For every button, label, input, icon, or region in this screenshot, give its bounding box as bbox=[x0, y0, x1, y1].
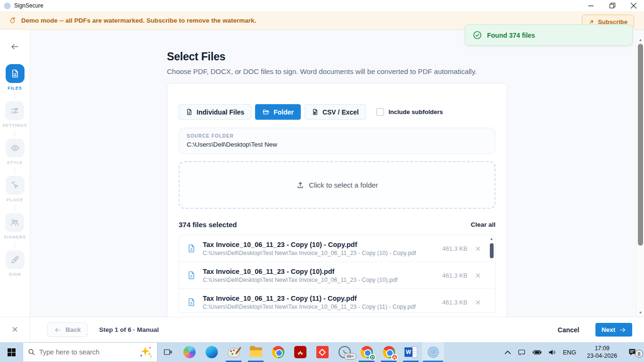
step-indicator: Step 1 of 6 · Manual bbox=[99, 326, 159, 333]
arrow-left-icon bbox=[54, 327, 61, 333]
tray-action-center[interactable]: 8 bbox=[625, 348, 644, 356]
tray-date: 23-04-2026 bbox=[587, 352, 617, 360]
wireless-display-icon bbox=[518, 349, 526, 356]
taskbar-app-word[interactable]: W bbox=[400, 342, 422, 362]
dropzone-label: Click to select a folder bbox=[309, 181, 378, 189]
chrome-icon bbox=[272, 346, 284, 358]
clear-all-button[interactable]: Clear all bbox=[471, 221, 495, 228]
tab-folder[interactable]: Folder bbox=[255, 104, 301, 120]
taskbar-app-whatsapp[interactable]: 99+ bbox=[333, 342, 355, 362]
tab-label: CSV / Excel bbox=[322, 108, 359, 116]
tray-volume[interactable] bbox=[545, 349, 560, 356]
sidebar-connector bbox=[15, 167, 15, 173]
taskbar-app-paint[interactable] bbox=[223, 342, 245, 362]
restore-button[interactable] bbox=[602, 0, 623, 11]
minimize-button[interactable] bbox=[580, 0, 602, 11]
taskbar-app-chrome-profile-a[interactable]: A bbox=[378, 342, 400, 362]
taskbar-app-edge[interactable] bbox=[200, 342, 223, 362]
file-name: Tax Invoice_10_06_11_23 - Copy (11) - Co… bbox=[203, 295, 442, 302]
file-list: Tax Invoice_10_06_11_23 - Copy (10) - Co… bbox=[179, 235, 495, 313]
speaker-icon bbox=[548, 349, 556, 356]
window-scroll-thumb[interactable] bbox=[638, 44, 643, 246]
sidebar-item-place[interactable]: PLACE bbox=[6, 176, 25, 202]
title-bar: SignSecure bbox=[0, 0, 644, 11]
sidebar: FILES SETTINGS STYLE PLACE SIGNERS bbox=[0, 30, 30, 317]
whatsapp-badge: 99+ bbox=[344, 353, 356, 360]
start-button[interactable] bbox=[0, 342, 23, 362]
tab-individual-files[interactable]: Individual Files bbox=[179, 104, 251, 120]
tray-chevron-up[interactable] bbox=[501, 350, 514, 354]
toast-text: Found 374 files bbox=[487, 32, 535, 39]
next-button[interactable]: Next bbox=[595, 323, 632, 337]
content-area: Select Files Choose PDF, DOCX, or DOC fi… bbox=[30, 30, 644, 317]
file-list-scroll-thumb[interactable] bbox=[490, 243, 494, 258]
file-path: C:\Users\Dell\Desktop\Test New\Tax Invoi… bbox=[203, 304, 442, 310]
sidebar-item-settings[interactable]: SETTINGS bbox=[2, 101, 27, 128]
file-row: Tax Invoice_10_06_11_23 - Copy (10).pdf … bbox=[179, 262, 495, 289]
tab-csv-excel[interactable]: CSV / Excel bbox=[305, 104, 366, 120]
tray-clock[interactable]: 17:09 23-04-2026 bbox=[579, 345, 625, 360]
pdf-file-icon bbox=[187, 271, 196, 280]
check-circle-icon bbox=[473, 31, 482, 40]
search-input[interactable] bbox=[39, 348, 135, 356]
restore-icon bbox=[610, 3, 615, 8]
sidebar-item-style[interactable]: STYLE bbox=[6, 139, 25, 165]
remove-file-button[interactable]: ✕ bbox=[475, 272, 481, 279]
remove-file-button[interactable]: ✕ bbox=[475, 245, 481, 252]
external-link-icon bbox=[588, 19, 594, 25]
taskbar-app-chrome[interactable] bbox=[267, 342, 289, 362]
close-wizard-button[interactable]: ✕ bbox=[11, 326, 18, 334]
tray-battery[interactable] bbox=[529, 349, 545, 355]
scroll-down-icon[interactable]: ▼ bbox=[636, 309, 644, 316]
notification-badge: 8 bbox=[635, 350, 643, 358]
sidebar-connector bbox=[15, 242, 15, 248]
file-name: Tax Invoice_10_06_11_23 - Copy (10) - Co… bbox=[203, 241, 442, 248]
chrome-profile-badge: D bbox=[369, 354, 376, 361]
toast-notification: Found 374 files bbox=[465, 25, 633, 46]
file-list-scrollbar[interactable]: ▲ bbox=[489, 237, 494, 313]
tray-wireless-display[interactable] bbox=[514, 349, 529, 356]
paint-icon bbox=[228, 347, 240, 357]
scroll-up-icon[interactable]: ▲ bbox=[636, 36, 644, 43]
close-icon bbox=[631, 3, 636, 8]
back-button[interactable]: Back bbox=[47, 322, 88, 337]
file-row: Tax Invoice_10_06_11_23 - Copy (11) - Co… bbox=[179, 289, 495, 313]
taskbar-app-acrobat[interactable] bbox=[289, 342, 311, 362]
battery-charging-icon bbox=[532, 349, 542, 355]
file-size: 461.3 KB bbox=[442, 272, 468, 279]
close-window-button[interactable] bbox=[623, 0, 644, 11]
sidebar-label: PLACE bbox=[7, 197, 24, 202]
task-view-button[interactable] bbox=[157, 342, 178, 362]
next-label: Next bbox=[602, 326, 615, 333]
footer-sidebar-cell: ✕ bbox=[0, 317, 30, 342]
source-folder-value: C:\Users\Dell\Desktop\Test New bbox=[187, 141, 487, 148]
sidebar-item-sign[interactable]: SIGN bbox=[6, 250, 25, 277]
scroll-up-icon[interactable]: ▲ bbox=[490, 237, 494, 241]
taskbar-app-red-diamond[interactable] bbox=[311, 342, 333, 362]
remove-file-button[interactable]: ✕ bbox=[475, 299, 481, 306]
sidebar-back-button[interactable] bbox=[10, 43, 19, 52]
window-title: SignSecure bbox=[14, 2, 580, 9]
select-files-card: Individual Files Folder CSV / Excel bbox=[167, 83, 507, 317]
taskbar-search[interactable] bbox=[23, 342, 157, 362]
sidebar-item-signers[interactable]: SIGNERS bbox=[4, 213, 26, 239]
taskbar-app-file-explorer[interactable] bbox=[245, 342, 267, 362]
folder-dropzone[interactable]: Click to select a folder bbox=[179, 161, 495, 209]
taskbar-app-signsecure[interactable] bbox=[422, 342, 444, 362]
windows-logo-icon bbox=[8, 348, 16, 356]
back-label: Back bbox=[66, 326, 81, 333]
tab-label: Folder bbox=[273, 108, 294, 116]
users-icon bbox=[10, 218, 19, 227]
sidebar-connector bbox=[15, 205, 15, 211]
include-subfolders-checkbox[interactable] bbox=[376, 108, 384, 116]
taskbar-app-chrome-profile-d[interactable]: D bbox=[355, 342, 378, 362]
red-diamond-app-icon bbox=[316, 346, 329, 358]
sidebar-item-files[interactable]: FILES bbox=[6, 64, 25, 90]
word-icon: W bbox=[405, 346, 417, 358]
window-scrollbar[interactable]: ▲ ▼ bbox=[636, 36, 644, 316]
system-tray: ENG 17:09 23-04-2026 8 bbox=[501, 345, 644, 360]
pdf-file-icon bbox=[187, 244, 196, 253]
cancel-button[interactable]: Cancel bbox=[558, 326, 579, 334]
taskbar-app-copilot[interactable] bbox=[178, 342, 200, 362]
tray-language[interactable]: ENG bbox=[560, 349, 579, 356]
